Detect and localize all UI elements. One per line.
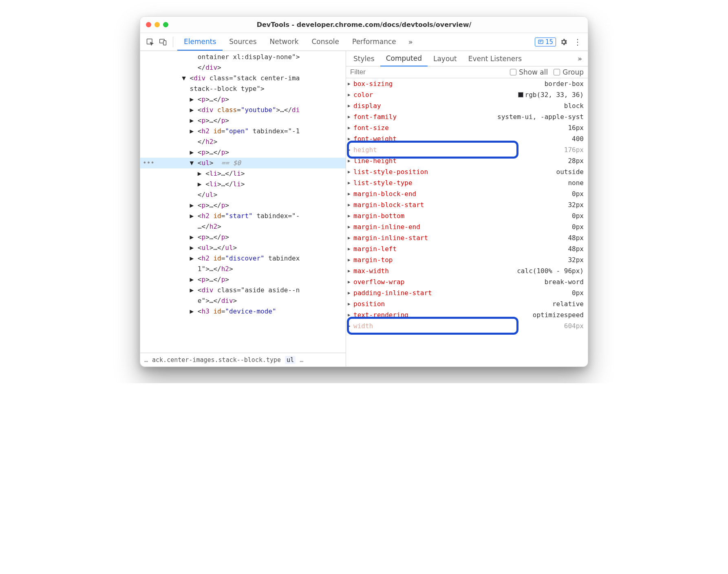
computed-row-height[interactable]: ▶height176px [346, 144, 588, 155]
close-icon[interactable] [146, 22, 151, 27]
crumb-path[interactable]: ack.center-images.stack--block.type [152, 356, 281, 364]
show-all-checkbox[interactable]: Show all [510, 68, 548, 76]
computed-row-margin-left[interactable]: ▶margin-left48px [346, 243, 588, 254]
subtab-styles[interactable]: Styles [348, 51, 380, 66]
dom-row[interactable]: ▶ <ul>…</ul> [140, 243, 346, 253]
computed-row-font-size[interactable]: ▶font-size16px [346, 122, 588, 133]
tab-elements[interactable]: Elements [177, 33, 223, 51]
dom-row[interactable]: ▶ <p>…</p> [140, 232, 346, 243]
prop-value: outside [552, 166, 584, 177]
issues-count: 15 [545, 38, 553, 46]
inspect-icon[interactable] [144, 36, 156, 48]
computed-properties[interactable]: ▶box-sizingborder-box▶colorrgb(32, 33, 3… [346, 78, 588, 366]
tab-console[interactable]: Console [305, 33, 346, 50]
dom-row[interactable]: …</h2> [140, 221, 346, 232]
crumb-selected[interactable]: ul [285, 356, 296, 364]
computed-row-line-height[interactable]: ▶line-height28px [346, 155, 588, 166]
crumb-overflow-right[interactable]: … [300, 356, 303, 364]
device-toggle-icon[interactable] [157, 36, 169, 48]
computed-row-font-weight[interactable]: ▶font-weight400 [346, 133, 588, 144]
zoom-icon[interactable] [163, 22, 168, 27]
computed-row-width[interactable]: ▶width604px [346, 320, 588, 331]
computed-row-text-rendering[interactable]: ▶text-renderingoptimizespeed [346, 309, 588, 320]
dom-row[interactable]: ▶ <p>…</p> [140, 200, 346, 211]
dom-row[interactable]: ▶ <p>…</p> [140, 94, 346, 105]
settings-icon[interactable] [558, 36, 570, 48]
dom-row[interactable]: ▶ <p>…</p> [140, 115, 346, 126]
prop-name: margin-bottom [353, 210, 404, 221]
traffic-lights [146, 22, 168, 27]
computed-row-margin-block-end[interactable]: ▶margin-block-end0px [346, 188, 588, 199]
checkbox-icon [510, 69, 516, 75]
dom-row[interactable]: ▶ <h2 id="discover" tabindex [140, 253, 346, 264]
computed-row-margin-inline-start[interactable]: ▶margin-inline-start48px [346, 232, 588, 243]
main-toolbar: ElementsSourcesNetworkConsolePerformance… [140, 33, 588, 51]
prop-name: font-weight [353, 133, 397, 144]
dom-row[interactable]: ▶ <p>…</p> [140, 274, 346, 285]
dom-row[interactable]: ▶ <div class="aside aside--n [140, 285, 346, 296]
prop-name: margin-left [353, 243, 397, 254]
group-checkbox[interactable]: Group [554, 68, 584, 76]
dom-row[interactable]: ▶ <li>…</li> [140, 179, 346, 190]
dom-row[interactable]: e">…</div> [140, 296, 346, 306]
crumb-overflow-left[interactable]: … [144, 356, 148, 364]
sidebar-tabs: StylesComputedLayoutEvent Listeners» [346, 51, 588, 66]
computed-row-list-style-type[interactable]: ▶list-style-typenone [346, 177, 588, 188]
dom-row[interactable]: ▶ <li>…</li> [140, 168, 346, 179]
dom-row[interactable]: </div> [140, 62, 346, 73]
dom-row[interactable]: ••• ▼ <ul> == $0 [140, 158, 346, 168]
minimize-icon[interactable] [154, 22, 160, 27]
elements-panel: ontainer xl:display-none"> </div> ▼ <div… [140, 51, 346, 366]
more-subtabs-icon[interactable]: » [574, 54, 586, 63]
dom-row[interactable]: ▶ <h2 id="open" tabindex="-1 [140, 126, 346, 137]
dom-row[interactable]: 1">…</h2> [140, 264, 346, 274]
dom-row[interactable]: </h2> [140, 137, 346, 147]
computed-row-overflow-wrap[interactable]: ▶overflow-wrapbreak-word [346, 276, 588, 287]
dom-row[interactable]: ▼ <div class="stack center-ima [140, 73, 346, 84]
issues-button[interactable]: 15 [535, 38, 556, 46]
kebab-menu-icon[interactable]: ⋮ [571, 36, 584, 48]
computed-row-margin-inline-end[interactable]: ▶margin-inline-end0px [346, 221, 588, 232]
dom-row[interactable]: ontainer xl:display-none"> [140, 52, 346, 62]
dom-row[interactable]: stack--block type"> [140, 84, 346, 94]
tab-sources[interactable]: Sources [223, 33, 263, 50]
prop-value: 0px [568, 287, 584, 298]
more-tabs-icon[interactable]: » [404, 38, 417, 46]
dom-row[interactable]: ▶ <div class="youtube">…</di [140, 105, 346, 115]
prop-value: 28px [564, 155, 584, 166]
disclosure-icon: ▶ [348, 320, 353, 331]
computed-row-margin-top[interactable]: ▶margin-top32px [346, 254, 588, 265]
subtab-event-listeners[interactable]: Event Listeners [463, 51, 527, 66]
svg-rect-2 [163, 40, 166, 45]
computed-row-position[interactable]: ▶positionrelative [346, 298, 588, 309]
computed-row-font-family[interactable]: ▶font-familysystem-ui, -apple-syst [346, 111, 588, 122]
filter-input[interactable] [350, 68, 504, 76]
prop-name: height [353, 144, 377, 155]
computed-row-margin-bottom[interactable]: ▶margin-bottom0px [346, 210, 588, 221]
prop-value: 0px [568, 221, 584, 232]
disclosure-icon: ▶ [348, 122, 353, 133]
prop-name: color [353, 89, 373, 100]
dom-tree[interactable]: ontainer xl:display-none"> </div> ▼ <div… [140, 51, 346, 353]
disclosure-icon: ▶ [348, 78, 353, 89]
breadcrumb[interactable]: … ack.center-images.stack--block.type ul… [140, 353, 346, 366]
computed-row-max-width[interactable]: ▶max-widthcalc(100% - 96px) [346, 265, 588, 276]
dom-row[interactable]: ▶ <p>…</p> [140, 147, 346, 158]
computed-row-color[interactable]: ▶colorrgb(32, 33, 36) [346, 89, 588, 100]
tab-performance[interactable]: Performance [346, 33, 403, 50]
main-split: ontainer xl:display-none"> </div> ▼ <div… [140, 51, 588, 366]
computed-row-list-style-position[interactable]: ▶list-style-positionoutside [346, 166, 588, 177]
dom-row[interactable]: </ul> [140, 190, 346, 200]
subtab-computed[interactable]: Computed [380, 51, 428, 66]
dom-row[interactable]: ▶ <h3 id="device-mode" [140, 306, 346, 317]
tab-network[interactable]: Network [263, 33, 305, 50]
computed-row-padding-inline-start[interactable]: ▶padding-inline-start0px [346, 287, 588, 298]
dom-row[interactable]: ▶ <h2 id="start" tabindex="- [140, 211, 346, 221]
computed-row-box-sizing[interactable]: ▶box-sizingborder-box [346, 78, 588, 89]
window-title: DevTools - developer.chrome.com/docs/dev… [140, 21, 588, 29]
disclosure-icon: ▶ [348, 100, 353, 111]
computed-row-margin-block-start[interactable]: ▶margin-block-start32px [346, 199, 588, 210]
disclosure-icon: ▶ [348, 144, 353, 155]
subtab-layout[interactable]: Layout [428, 51, 463, 66]
computed-row-display[interactable]: ▶displayblock [346, 100, 588, 111]
